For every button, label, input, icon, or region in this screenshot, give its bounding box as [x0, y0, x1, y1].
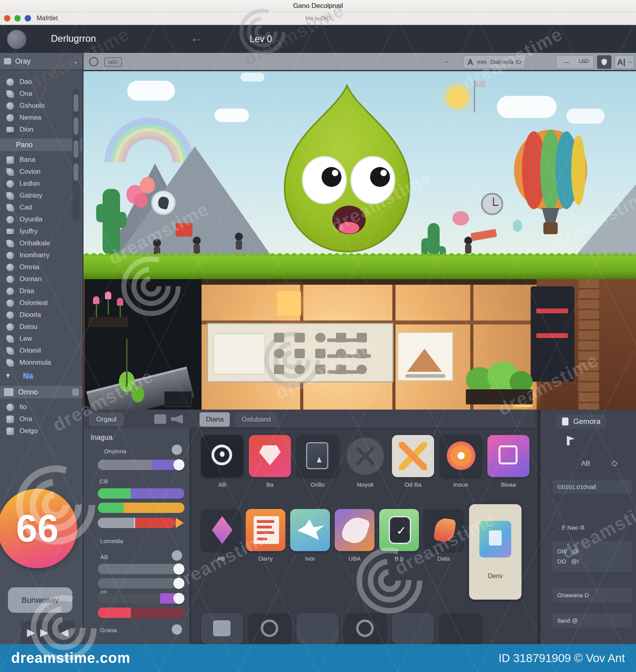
sidebar-item[interactable]: Galnioy [0, 190, 83, 202]
sidebar-action-button[interactable]: Bunwoaav [8, 587, 72, 613]
asset-item[interactable]: UBA [335, 509, 374, 562]
sidebar-item[interactable]: Monnmula [0, 357, 83, 369]
sidebar-item[interactable]: Orlomil [0, 345, 83, 357]
app-logo-icon[interactable] [7, 30, 26, 49]
slider-knob[interactable] [173, 593, 184, 604]
asset-item[interactable]: Orillo [297, 435, 339, 488]
speaker-icon[interactable] [171, 414, 183, 424]
slider-knob[interactable] [173, 459, 184, 470]
sidebar-item[interactable]: Gshuolo [0, 100, 83, 112]
asset-item[interactable]: B b [379, 509, 419, 562]
sidebar-item[interactable]: Ledlon [0, 178, 83, 190]
asset-item[interactable]: Data [424, 509, 463, 562]
asset-item[interactable] [440, 613, 482, 644]
blob-character[interactable] [254, 80, 440, 263]
slider-label: Cill [99, 478, 108, 485]
sidebar-item[interactable]: Datou [0, 321, 83, 333]
sidebar-item[interactable]: Iyuffry [0, 225, 83, 237]
sidebar-item[interactable]: Nemea [0, 112, 83, 124]
pen2-tool-icon[interactable]: A| [617, 58, 625, 67]
arrow-icon[interactable]: → [626, 58, 633, 65]
scene-viewport[interactable]: lalin → A mm Dutmnilla IO — — A| LND → [83, 53, 636, 410]
round-knob[interactable] [172, 624, 182, 635]
section-button[interactable] [72, 388, 79, 396]
pen-size-label[interactable]: mm [477, 59, 486, 65]
tab-active[interactable]: Diana [200, 412, 230, 427]
sidebar-item[interactable]: Inoniharry [0, 249, 83, 261]
properties-header[interactable]: Gemora [556, 414, 606, 429]
sidebar-section-pano[interactable]: Pano [0, 138, 83, 151]
asset-item[interactable]: Bivaa [487, 435, 529, 488]
slider-knob[interactable] [173, 563, 184, 575]
property-input[interactable]: ©0101.010Vall [553, 480, 632, 494]
asset-item[interactable] [249, 613, 291, 644]
sidebar-scrollbar[interactable] [72, 89, 80, 220]
level-label[interactable]: Lev 0 [250, 34, 272, 45]
fast-forward-icon[interactable]: ▶ [40, 626, 48, 639]
slider[interactable] [98, 593, 184, 604]
image-icon[interactable] [154, 414, 166, 424]
asset-item[interactable] [344, 613, 386, 644]
asset-item[interactable]: Od Ba [392, 435, 434, 488]
sidebar-section-omno[interactable]: Omno [0, 385, 83, 399]
minus-icon[interactable]: — [564, 59, 569, 65]
pen-tool-icon[interactable]: A [467, 58, 473, 67]
slider[interactable] [98, 488, 184, 499]
expand-triangle-icon[interactable]: ▼ [5, 372, 11, 379]
sidebar-subitem-na[interactable]: ▼ Na [0, 369, 83, 383]
asset-item[interactable]: Noyok [344, 435, 386, 488]
tab-inactive[interactable]: Oaluband [235, 412, 277, 427]
slider[interactable] [98, 460, 184, 470]
asset-item[interactable] [201, 613, 243, 644]
sidebar-item[interactable]: Ilo [0, 401, 83, 413]
chevron-down-icon[interactable]: ⌄ [73, 57, 79, 66]
arrow-icon[interactable]: → [443, 58, 450, 65]
scene-tag[interactable]: lalin [104, 57, 122, 67]
mode-label[interactable]: Dutmnilla IO [491, 59, 521, 65]
property-row[interactable]: Iland @ [553, 613, 632, 627]
record-circle-icon[interactable] [89, 57, 99, 66]
sidebar-item[interactable]: Covion [0, 166, 83, 178]
asset-item[interactable]: Inoue [440, 435, 482, 488]
sidebar-item[interactable]: Onhalkale [0, 237, 83, 249]
slider[interactable] [98, 608, 184, 618]
asset-item[interactable]: Ivor [290, 509, 330, 562]
slider[interactable] [98, 564, 184, 574]
rewind-icon[interactable]: ◀ [60, 626, 68, 639]
sidebar-item[interactable]: Oslonleal [0, 297, 83, 309]
asset-item[interactable]: Alli [201, 435, 243, 488]
sidebar-item[interactable]: Bana [0, 154, 83, 166]
property-row[interactable]: Onawana D [553, 588, 632, 602]
slider[interactable] [98, 503, 184, 513]
fast-forward-icon[interactable]: ▶ [27, 626, 35, 639]
asset-item[interactable]: Darry [246, 509, 285, 562]
sidebar-item[interactable]: Omnia [0, 261, 83, 273]
back-arrow-icon[interactable]: ← [190, 30, 204, 45]
pencil-slider[interactable] [98, 518, 176, 528]
property-group[interactable]: DIV @ DO @I [553, 541, 632, 572]
sidebar-item[interactable]: Oyunlla [0, 214, 83, 225]
sidebar-item[interactable]: Oelgo [0, 425, 83, 437]
sidebar-item[interactable]: Dion [0, 124, 83, 136]
asset-item[interactable] [392, 613, 434, 644]
sidebar-item[interactable]: Ooman [0, 273, 83, 285]
inspector-tab[interactable]: Orgaul [89, 413, 124, 426]
slider-knob[interactable] [173, 578, 184, 589]
sidebar-header[interactable]: Oray ⌄ [0, 53, 83, 70]
shield-button[interactable] [597, 55, 611, 69]
sidebar-item[interactable]: Lew [0, 333, 83, 345]
slider[interactable] [98, 578, 184, 588]
asset-item[interactable]: Ba [249, 435, 291, 488]
round-knob[interactable] [172, 550, 182, 561]
sidebar-item[interactable]: Cad [0, 202, 83, 214]
round-knob[interactable] [172, 445, 182, 455]
sidebar-item[interactable]: Draa [0, 285, 83, 297]
sidebar-item[interactable]: Ona [0, 413, 83, 425]
sidebar-item[interactable]: Dao [0, 76, 83, 88]
selected-asset-card[interactable]: Denv [469, 504, 522, 600]
character [234, 233, 244, 250]
sidebar-item[interactable]: Ona [0, 88, 83, 100]
sidebar-item[interactable]: Dioorla [0, 309, 83, 321]
asset-item[interactable]: AB [201, 509, 241, 562]
asset-item[interactable] [297, 613, 339, 644]
